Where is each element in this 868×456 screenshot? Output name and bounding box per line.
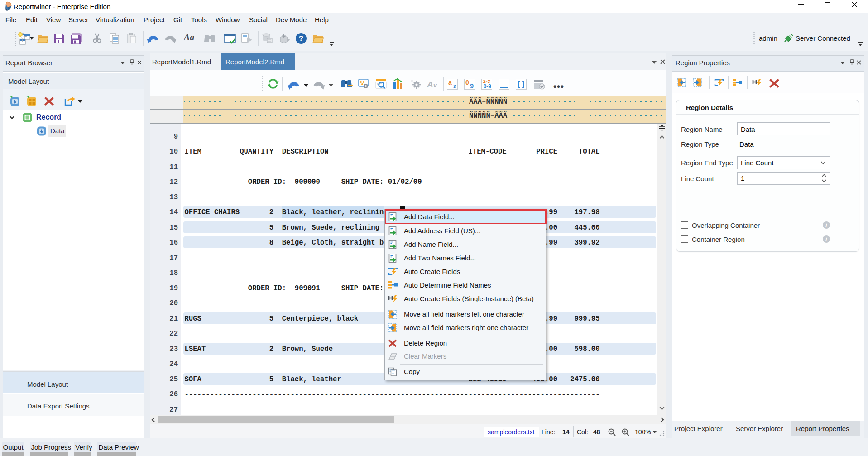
- svg-text:?: ?: [299, 34, 303, 43]
